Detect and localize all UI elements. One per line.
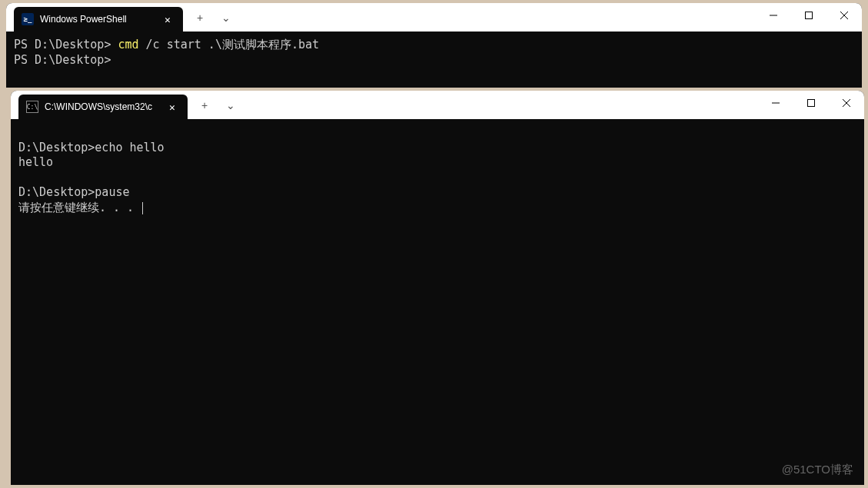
powershell-window: ≥_ Windows PowerShell ✕ + ⌄ PS D:\Deskto… [6,3,862,88]
command-literal: cmd [118,38,138,51]
terminal-content[interactable]: PS D:\Desktop> cmd /c start .\测试脚本程序.bat… [6,32,862,88]
new-tab-button[interactable]: + [188,5,212,30]
window-controls [756,3,862,28]
cmd-icon: C:\ [26,101,38,113]
window-controls [758,91,864,115]
tab-title: Windows PowerShell [40,14,154,25]
maximize-button[interactable] [791,3,826,28]
minimize-button[interactable] [756,3,791,28]
tab-actions: + ⌄ [188,91,243,119]
prompt: PS D:\Desktop> [14,53,111,67]
maximize-button[interactable] [793,91,829,115]
output-line: D:\Desktop>pause [18,185,130,199]
tab-powershell[interactable]: ≥_ Windows PowerShell ✕ [14,7,183,32]
tab-cmd[interactable]: C:\ C:\WINDOWS\system32\c ✕ [18,95,188,119]
svg-rect-5 [808,100,815,107]
output-line: 请按任意键继续. . . [18,201,141,214]
tab-dropdown-button[interactable]: ⌄ [218,93,243,118]
tab-dropdown-button[interactable]: ⌄ [214,5,238,30]
watermark: @51CTO博客 [782,463,853,477]
close-window-button[interactable] [826,3,862,28]
close-window-button[interactable] [829,91,864,115]
minimize-button[interactable] [758,91,793,115]
tab-title: C:\WINDOWS\system32\c [45,101,158,112]
cmd-window: C:\ C:\WINDOWS\system32\c ✕ + ⌄ D:\Deskt… [11,91,864,485]
terminal-content[interactable]: D:\Desktop>echo hello hello D:\Desktop>p… [11,119,864,485]
cursor [142,202,143,214]
svg-rect-1 [806,12,813,19]
output-line: hello [18,155,53,169]
tab-close-button[interactable]: ✕ [165,99,180,115]
powershell-icon: ≥_ [22,13,34,25]
new-tab-button[interactable]: + [192,93,217,118]
tab-actions: + ⌄ [183,3,238,32]
titlebar: C:\ C:\WINDOWS\system32\c ✕ + ⌄ [11,91,864,119]
tab-close-button[interactable]: ✕ [160,12,175,27]
output-line: D:\Desktop>echo hello [18,141,165,154]
titlebar: ≥_ Windows PowerShell ✕ + ⌄ [6,3,862,32]
prompt: PS D:\Desktop> [14,38,118,51]
command-args: /c start .\测试脚本程序.bat [139,38,320,51]
